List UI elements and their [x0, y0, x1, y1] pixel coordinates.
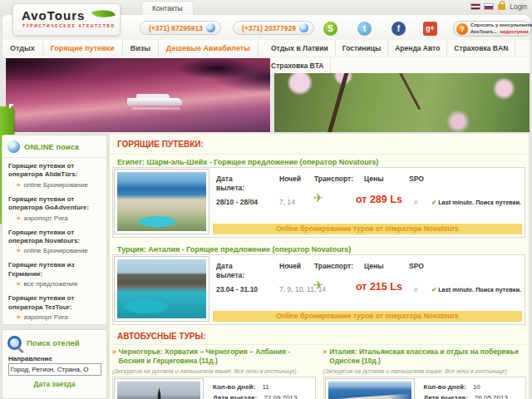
login-link[interactable]: Login	[510, 2, 527, 11]
question-mark-icon	[456, 23, 468, 35]
group-link-goadventure[interactable]: аэропорт Рига	[17, 214, 102, 222]
latvian-flag-icon[interactable]	[470, 3, 480, 10]
bus-tour-title[interactable]: Черногорье: Хорватия – Черногория – Алба…	[112, 347, 316, 367]
ask-consultant-button[interactable]: Спросить у консультанта AvoTours... недо…	[453, 21, 531, 37]
main-content: ГОРЯЩИЕ ПУТЕВКИ: Египет: Шарм-эль-Шейх -…	[109, 133, 530, 399]
offer-card-egypt: Дата вылета: Ночей Транспорт: Цены SPO 2…	[112, 167, 525, 238]
days-label: Кол-во дней:	[213, 383, 255, 391]
phone-button-2[interactable]: (+371) 20377929	[233, 21, 314, 35]
departure-value: 26.05.2013	[475, 394, 508, 399]
tab-insurance-ban[interactable]: Страховка BAN	[447, 40, 515, 57]
offer-title-egypt[interactable]: Египет: Шарм-эль-Шейх - Горящее предложе…	[117, 158, 378, 166]
offer-spo: #	[414, 286, 417, 293]
tab-car-rental[interactable]: Аренда Авто	[388, 40, 447, 57]
group-link-teztour[interactable]: аэропорт Рига	[17, 313, 102, 321]
language-login-area: Login	[470, 2, 527, 11]
consultant-line2: AvoTours...	[470, 29, 497, 34]
departure-label: Дата выезда:	[213, 394, 257, 399]
sidebar-group: Горящие путевки от оператора GoAdventure…	[2, 191, 106, 222]
group-title: Горящие путевки от оператора AlidaTūrs:	[8, 162, 102, 180]
departure-label: Дата выезда:	[424, 394, 468, 399]
group-link-novatours[interactable]: online Бронирование	[17, 247, 102, 254]
bus-tour-info: Кол-во дней: 11 Дата выезда: 22.09.2013	[213, 383, 297, 399]
page: Контакты Login (+371) 67295913 (+371) 20…	[0, 0, 532, 399]
sidebar-group: Горящие путевки от оператора TezTour: аэ…	[2, 290, 106, 321]
online-booking-banner[interactable]: Online бронирование туров от оператора N…	[213, 224, 522, 234]
cruise-banner[interactable]	[6, 58, 270, 132]
hotel-search-title: Поиск отелей	[27, 338, 80, 347]
consultant-text: Спросить у консультанта AvoTours... недо…	[470, 22, 532, 35]
hotel-direction-input[interactable]	[8, 363, 101, 376]
direction-label: Направление	[8, 355, 106, 362]
phone-button-1[interactable]: (+371) 67295913	[140, 21, 221, 35]
blossom-banner[interactable]	[274, 73, 530, 132]
call-icon	[299, 23, 308, 32]
tab-visas[interactable]: Визы	[123, 40, 159, 57]
offer-dates: 23.04 - 31.10	[216, 285, 258, 293]
column-header-price: Цены	[364, 175, 383, 183]
tab-otdyh[interactable]: Отдых	[2, 40, 43, 57]
bus-tour-card: Кол-во дней: 10 Дата выезда: 26.05.2013	[323, 377, 527, 399]
google-plus-icon[interactable]	[423, 22, 437, 36]
logo-subtitle: ТУРИСТИЧЕСКОЕ АГЕНТСТВО	[13, 22, 120, 28]
logo[interactable]: AvoTours ТУРИСТИЧЕСКОЕ АГЕНТСТВО	[12, 3, 121, 36]
search-icon	[7, 336, 22, 350]
group-title: Горящие путевки от оператора Novatours:	[8, 229, 102, 246]
airplane-icon	[313, 191, 323, 204]
bus-tour-title[interactable]: Италия: Итальянская классика и отдых на …	[323, 347, 527, 367]
tab-hotels[interactable]: Гостиницы	[336, 40, 388, 57]
tab-insurance-bta[interactable]: Страховка BTA	[264, 57, 331, 74]
consultant-status: недоступен	[500, 29, 528, 34]
phone-number-1: (+371) 67295913	[149, 24, 203, 32]
divider	[111, 344, 527, 345]
twitter-icon[interactable]	[357, 22, 372, 36]
offer-photo-turkey[interactable]	[115, 257, 209, 321]
secondary-nav-row2: Страховка BTA	[264, 57, 530, 74]
column-header-nights: Ночей	[279, 262, 301, 270]
cruise-ship-image	[127, 98, 182, 106]
offer-nights: 7, 14	[279, 198, 295, 206]
column-header-nights: Ночей	[279, 175, 301, 183]
offer-spo: #	[414, 199, 417, 206]
bus-tours-row: Черногорье: Хорватия – Черногория – Алба…	[112, 347, 526, 399]
airplane-icon	[313, 278, 323, 292]
days-value: 10	[473, 383, 480, 391]
checkin-date-label: Дата заезда	[2, 380, 106, 388]
offer-card-turkey: Дата вылета: Ночей Транспорт: Цены SPO 2…	[112, 254, 525, 325]
offer-price: от 215 Ls	[356, 281, 402, 293]
last-minute-link[interactable]: Last minute. Поиск путевки.	[431, 286, 526, 293]
group-link-germany[interactable]: все предложения	[17, 280, 102, 288]
column-header-transport: Транспорт:	[314, 175, 353, 183]
russian-flag-icon[interactable]	[484, 3, 494, 10]
sidebar-group: Горящие путевки от оператора Novatours: …	[2, 224, 106, 255]
column-header-date: Дата вылета:	[216, 175, 256, 194]
online-booking-banner[interactable]: Online бронирование туров от оператора N…	[213, 311, 522, 322]
bus-tour-photo-italy[interactable]	[326, 379, 414, 399]
column-header-date: Дата вылета:	[216, 262, 256, 281]
offer-photo-egypt[interactable]	[115, 170, 209, 234]
tab-latvia-rest[interactable]: Отдых в Латвии	[264, 40, 336, 57]
hot-tours-heading: ГОРЯЩИЕ ПУТЕВКИ:	[117, 140, 204, 149]
group-link-alidaturs[interactable]: online Бронирование	[17, 181, 102, 189]
tab-hot-tours[interactable]: Горящие путевки	[43, 40, 123, 57]
last-minute-link[interactable]: Last minute. Поиск путевки.	[431, 199, 526, 206]
branch-image	[325, 73, 350, 132]
divider	[111, 154, 527, 155]
offer-price: от 289 Ls	[356, 194, 402, 205]
column-header-transport: Транспорт:	[314, 262, 353, 270]
skype-icon[interactable]	[323, 22, 337, 36]
bus-tour-note: (Экскурсия на русском и латышском языке.…	[112, 368, 316, 374]
offer-title-turkey[interactable]: Турция: Анталия - Горящее предложение (о…	[117, 245, 351, 254]
secondary-nav: Отдых в Латвии Гостиницы Аренда Авто Стр…	[264, 40, 530, 74]
bus-tour-note: (Экскурсия на русском и латышском языке.…	[323, 368, 527, 374]
bus-tour-montenegro: Черногорье: Хорватия – Черногория – Алба…	[112, 347, 316, 399]
facebook-icon[interactable]	[392, 22, 406, 36]
contacts-link[interactable]: Контакты	[141, 1, 194, 16]
group-title: Горящие путевки от оператора GoAdventure…	[8, 195, 102, 213]
bus-tour-info: Кол-во дней: 10 Дата выезда: 26.05.2013	[424, 383, 508, 399]
column-header-spo: SPO	[409, 175, 424, 183]
departure-value: 22.09.2013	[264, 394, 297, 399]
call-icon	[206, 23, 215, 32]
bus-tour-photo-montenegro[interactable]	[115, 379, 203, 399]
tab-cheap-flights[interactable]: Дешевые Авиабилеты	[159, 40, 259, 57]
